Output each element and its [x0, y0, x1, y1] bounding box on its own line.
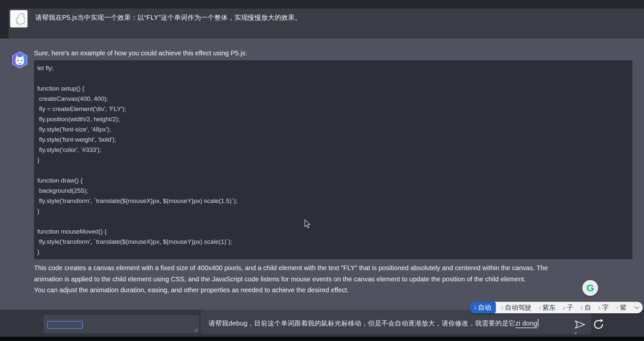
- code-line: }: [37, 155, 628, 165]
- secondary-textarea[interactable]: [44, 315, 199, 333]
- regenerate-button[interactable]: [593, 318, 604, 330]
- send-icon: [574, 320, 586, 329]
- explanation-line: This code creates a canvas element with …: [34, 263, 548, 274]
- code-line: background(255);: [37, 185, 628, 196]
- ime-candidate-label: 子: [567, 303, 573, 312]
- ime-candidate-bar: 1 自动 2 自动驾驶 3 紫东 4 子 5 自 6 字 7 紫: [470, 302, 643, 313]
- code-line: }: [37, 206, 628, 216]
- chevron-down-icon: [634, 306, 640, 310]
- window-bottom-edge: [0, 337, 644, 341]
- ime-candidate-3[interactable]: 3 紫东: [538, 303, 556, 312]
- assistant-response-area: Sure, here's an example of how you could…: [0, 39, 644, 310]
- bot-avatar: [11, 51, 29, 69]
- ime-candidate-7[interactable]: 7 紫: [616, 303, 627, 312]
- typed-text: 请帮我debug，目前这个单词跟着我的鼠标光标移动，但是不会自动逐渐放大，请你修…: [209, 319, 515, 328]
- window-left-edge: [0, 0, 9, 39]
- ime-candidate-number: 3: [538, 306, 541, 311]
- code-line: [37, 216, 628, 226]
- ime-candidate-label: 自动驾驶: [505, 303, 531, 312]
- resize-handle[interactable]: [573, 330, 577, 335]
- focus-selection-box: [47, 321, 83, 329]
- message-input-text: 请帮我debug，目前这个单词跟着我的鼠标光标移动，但是不会自动逐渐放大，请你修…: [209, 318, 538, 328]
- ime-candidate-label: 字: [602, 303, 609, 312]
- code-line: let fly;: [37, 63, 628, 73]
- ime-candidate-number: 4: [563, 306, 565, 311]
- ime-candidate-number: 6: [598, 306, 600, 311]
- code-line: createCanvas(400, 400);: [37, 94, 628, 104]
- code-line: function draw() {: [37, 175, 628, 185]
- explanation-line: You can adjust the animation duration, e…: [34, 285, 548, 296]
- ime-candidate-label: 自: [584, 303, 591, 312]
- code-line: fly.style('font-size', '48px');: [37, 124, 628, 134]
- code-line: fly.style('transform', `translate(${mous…: [37, 237, 628, 247]
- ime-candidate-number: 5: [581, 306, 583, 311]
- capybara-logo: Capybara: [10, 10, 28, 28]
- resize-handle[interactable]: [193, 327, 198, 332]
- ime-candidate-number: 1: [474, 305, 476, 310]
- code-line: fly = createElement('div', 'FLY');: [37, 104, 628, 114]
- ime-expand-button[interactable]: [634, 306, 640, 310]
- ime-candidate-5[interactable]: 5 自: [581, 303, 591, 312]
- llama-hexagon-icon: [11, 51, 29, 69]
- ime-candidate-1[interactable]: 1 自动: [470, 302, 496, 313]
- window-top-edge: [0, 0, 644, 9]
- ime-composition-text: zi dong: [515, 320, 537, 328]
- ime-candidate-label: 紫东: [542, 303, 556, 312]
- code-line: fly.style('color', '#333');: [37, 145, 628, 155]
- refresh-icon: [593, 318, 604, 330]
- code-line: function mouseMoved() {: [37, 226, 628, 237]
- ime-candidate-number: 7: [616, 306, 618, 311]
- code-line: function setup() {: [37, 83, 628, 94]
- code-block: let fly;function setup() { createCanvas(…: [34, 60, 632, 259]
- explanation-line: animation is applied to the child elemen…: [34, 274, 548, 285]
- assistant-explanation: This code creates a canvas element with …: [34, 263, 548, 296]
- code-line: }: [37, 247, 628, 257]
- ime-candidate-4[interactable]: 4 子: [563, 303, 573, 312]
- app-window: Capybara 请帮我在P5.js当中实现一个效果：以“FLY”这个单词作为一…: [0, 0, 644, 341]
- text-caret: [538, 319, 538, 327]
- code-line: fly.position(width/2, height/2);: [37, 114, 628, 124]
- ime-candidate-2[interactable]: 2 自动驾驶: [501, 303, 531, 312]
- code-line: [37, 165, 628, 175]
- user-avatar: Capybara: [10, 10, 28, 28]
- code-line: fly.style('font-weight', 'bold');: [37, 134, 628, 145]
- send-button[interactable]: [574, 320, 586, 329]
- ime-candidate-number: 2: [501, 306, 503, 311]
- code-line: fly.style('transform', `translate(${mous…: [37, 196, 628, 206]
- assistant-intro-text: Sure, here's an example of how you could…: [34, 49, 247, 57]
- user-message-text: 请帮我在P5.js当中实现一个效果：以“FLY”这个单词作为一个整体，实现慢慢放…: [35, 13, 301, 22]
- svg-text:Capybara: Capybara: [16, 24, 22, 26]
- message-input[interactable]: 请帮我debug，目前这个单词跟着我的鼠标光标移动，但是不会自动逐渐放大，请你修…: [201, 310, 591, 334]
- grammarly-widget[interactable]: G: [582, 280, 598, 296]
- grammarly-g-icon: G: [586, 282, 594, 294]
- ime-candidate-label: 紫: [620, 303, 627, 312]
- ime-candidate-label: 自动: [478, 303, 491, 312]
- code-line: [37, 73, 628, 83]
- user-message-bar: Capybara 请帮我在P5.js当中实现一个效果：以“FLY”这个单词作为一…: [0, 0, 644, 39]
- ime-candidate-6[interactable]: 6 字: [598, 303, 609, 312]
